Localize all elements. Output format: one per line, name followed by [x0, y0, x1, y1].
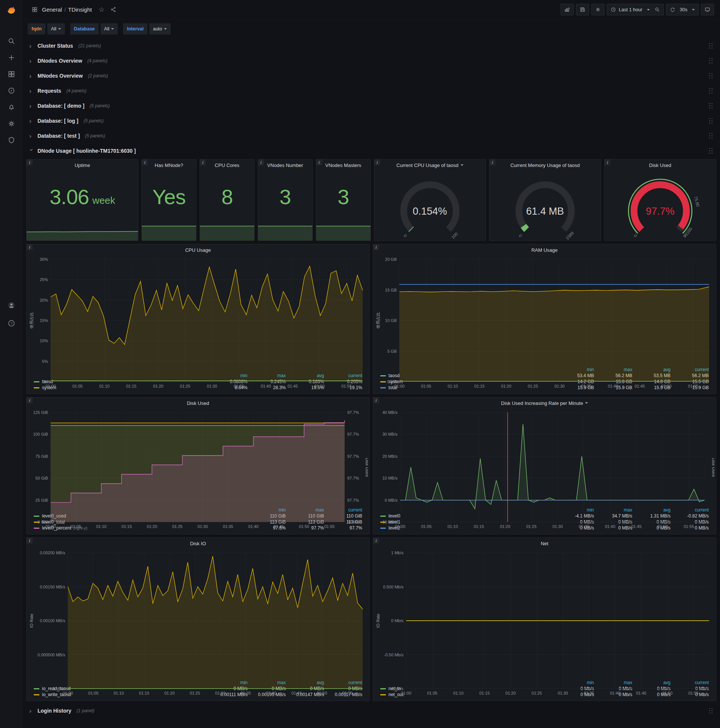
time-series-plot[interactable]: Disk Used125 GiB100 GiB75 GiB50 GiB25 Gi… — [28, 409, 368, 506]
svg-text:30 MB/s: 30 MB/s — [383, 432, 398, 436]
row-drag-handle[interactable] — [708, 147, 713, 154]
search-icon[interactable] — [3, 35, 20, 47]
dashboard-row-toggle[interactable]: › MNodes Overview (2 panels) — [26, 69, 716, 83]
variable-label[interactable]: fqdn — [28, 23, 45, 35]
server-admin-shield-icon[interactable] — [3, 134, 20, 146]
panel-info-icon[interactable]: i — [27, 244, 33, 250]
charts-row: i Disk IO IO Rate0.00200 MB/s0.00150 MB/… — [26, 537, 716, 701]
time-series-plot[interactable]: 使用占比20 GB15 GB10 GB5 GB0 MB01:0001:0501:… — [375, 255, 714, 366]
dashboard-row-toggle-expanded[interactable]: › DNode Usage [ huolinhe-TM1701:6030 ] — [26, 144, 716, 158]
cycle-view-button[interactable] — [701, 4, 714, 15]
panel-info-icon[interactable]: i — [27, 398, 33, 404]
help-icon[interactable]: ? — [3, 317, 20, 329]
row-drag-handle[interactable] — [708, 707, 713, 714]
panel-info-icon[interactable]: i — [316, 159, 322, 165]
panel-title[interactable]: Current CPU Usage of taosd — [374, 159, 486, 171]
variables-bar: fqdn AllDatabase AllInterval auto — [26, 23, 716, 39]
sparkline — [200, 223, 254, 240]
dashboard-grid-icon[interactable] — [29, 5, 40, 15]
breadcrumb-folder[interactable]: General — [42, 6, 62, 13]
svg-text:75 GiB: 75 GiB — [35, 454, 48, 459]
save-dashboard-button[interactable] — [576, 4, 589, 15]
panel-title[interactable]: VNodes Number — [258, 159, 313, 171]
time-series-plot[interactable]: Disk Used40 MB/s30 MB/s20 MB/s10 MB/s0 M… — [375, 409, 714, 506]
zoom-out-button[interactable] — [651, 4, 664, 15]
grafana-logo[interactable] — [0, 0, 23, 20]
panel-title[interactable]: RAM Usage — [373, 244, 716, 255]
panel-title[interactable]: CPU Usage — [27, 244, 369, 255]
create-plus-icon[interactable] — [3, 51, 20, 64]
panel-info-icon[interactable]: i — [604, 159, 610, 165]
panel-title[interactable]: Net — [373, 538, 716, 549]
panel-info-icon[interactable]: i — [27, 159, 33, 165]
panel-info-icon[interactable]: i — [200, 159, 206, 165]
row-drag-handle[interactable] — [708, 57, 713, 64]
variable-value-dropdown[interactable]: All — [47, 23, 65, 35]
panel-info-icon[interactable]: i — [258, 159, 264, 165]
svg-text:01:20: 01:20 — [500, 524, 510, 529]
share-icon[interactable] — [108, 5, 119, 15]
time-series-plot[interactable]: IO Rate0.00200 MB/s0.00150 MB/s0.00100 M… — [28, 549, 368, 679]
variable-label[interactable]: Interval — [123, 23, 147, 35]
alerting-bell-icon[interactable] — [3, 101, 20, 113]
stat-unit: week — [92, 195, 115, 206]
panel-info-icon[interactable]: i — [373, 244, 379, 250]
variable-value-dropdown[interactable]: auto — [149, 23, 171, 35]
user-avatar[interactable] — [3, 299, 20, 312]
row-drag-handle[interactable] — [708, 72, 713, 79]
panel-title[interactable]: Uptime — [27, 159, 138, 171]
panel-info-icon[interactable]: i — [27, 538, 33, 544]
panel-info-icon[interactable]: i — [142, 159, 148, 165]
variable-label[interactable]: Database — [70, 23, 99, 35]
panel-title[interactable]: VNodes Masters — [316, 159, 371, 171]
svg-text:使用占比: 使用占比 — [29, 312, 34, 329]
panel-title[interactable]: Disk IO — [27, 538, 369, 549]
svg-text:01:10: 01:10 — [96, 524, 107, 529]
panel-title[interactable]: Disk Used Increasing Rate per Minute — [373, 398, 716, 409]
variable-value-dropdown[interactable]: All — [101, 23, 118, 35]
time-range-picker[interactable]: Last 1 hour — [607, 4, 654, 15]
dashboard-row-toggle[interactable]: › Database: [ demo ] (5 panels) — [26, 99, 716, 113]
panel-title[interactable]: Has MNode? — [142, 159, 196, 171]
breadcrumb-dashboard[interactable]: TDinsight — [68, 6, 92, 13]
dashboards-icon[interactable] — [3, 67, 20, 80]
time-series-plot[interactable]: IO Rate1 Mb/s0.500 Mb/s0 Mb/s-0.50 Mb/s-… — [375, 549, 714, 679]
sparkline — [258, 223, 313, 240]
template-variable: Database All — [70, 23, 118, 35]
dashboard-row-toggle[interactable]: › Requests (4 panels) — [26, 84, 716, 98]
refresh-interval-dropdown[interactable]: 30s — [676, 4, 699, 15]
row-drag-handle[interactable] — [708, 118, 713, 124]
panel-info-icon[interactable]: i — [373, 398, 379, 404]
panel-info-icon[interactable]: i — [374, 159, 380, 165]
svg-text:01:10: 01:10 — [114, 691, 124, 695]
panel-title[interactable]: CPU Cores — [200, 159, 254, 171]
dashboard-row-toggle[interactable]: › Login History (1 panel) — [26, 704, 716, 717]
dashboard-row-toggle[interactable]: › Database: [ log ] (5 panels) — [26, 114, 716, 128]
svg-text:01:50: 01:50 — [662, 691, 673, 695]
panel-title[interactable]: Disk Used — [27, 398, 369, 409]
star-icon[interactable]: ☆ — [96, 5, 107, 15]
svg-text:01:50: 01:50 — [657, 524, 668, 529]
row-drag-handle[interactable] — [708, 133, 713, 139]
panel-info-icon[interactable]: i — [490, 159, 495, 165]
dashboard-settings-button[interactable] — [591, 4, 604, 15]
time-series-plot[interactable]: 使用占比30%25%20%15%10%5%0%01:0001:0501:1001… — [28, 255, 368, 372]
row-title: MNodes Overview — [38, 73, 83, 79]
row-drag-handle[interactable] — [708, 43, 713, 49]
chevron-down-icon — [461, 164, 464, 166]
row-drag-handle[interactable] — [708, 87, 713, 94]
svg-text:01:15: 01:15 — [139, 691, 149, 695]
panel-info-icon[interactable]: i — [373, 538, 379, 544]
row-drag-handle[interactable] — [708, 102, 713, 109]
panel-title[interactable]: Disk Used — [604, 159, 716, 171]
dashboard-row-toggle[interactable]: › DNodes Overview (4 panels) — [26, 54, 716, 67]
add-panel-button[interactable] — [561, 4, 574, 15]
svg-text:01:05: 01:05 — [421, 524, 432, 529]
panel-title[interactable]: Current Memory Usage of taosd — [490, 159, 601, 171]
svg-text:01:35: 01:35 — [581, 384, 592, 388]
dashboard-row-toggle[interactable]: › Database: [ test ] (5 panels) — [26, 129, 716, 142]
configuration-gear-icon[interactable] — [3, 117, 20, 130]
dashboard-row-toggle[interactable]: › Cluster Status (21 panels) — [26, 39, 716, 52]
explore-compass-icon[interactable] — [3, 84, 20, 97]
chevron-down-icon — [692, 9, 695, 11]
